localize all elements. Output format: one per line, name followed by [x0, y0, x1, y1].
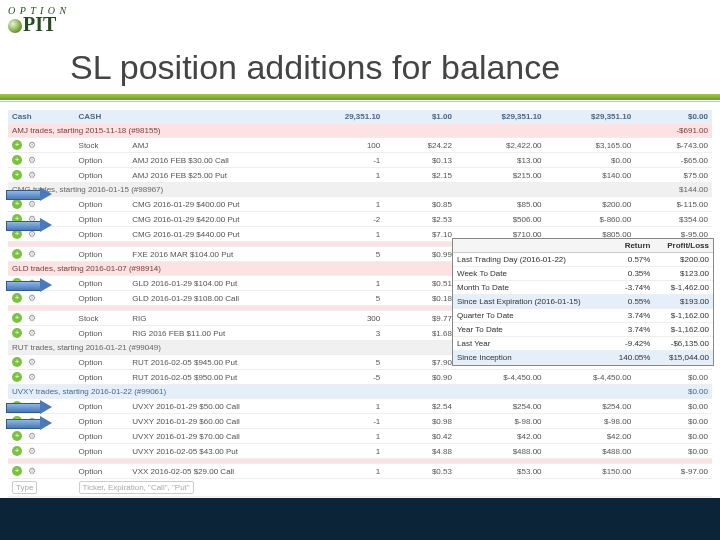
expand-icon[interactable]: +: [12, 466, 22, 476]
metrics-row: Quarter To Date3.74%$-1,162.00: [453, 309, 713, 323]
metrics-row: Month To Date-3.74%$-1,462.00: [453, 281, 713, 295]
hdr-col5: $29,351.10: [546, 110, 636, 124]
logo-dot-icon: [8, 19, 22, 33]
slide-title: SL position additions for balance: [70, 48, 560, 87]
table-row: +⚙StockAMJ100$24.22$2,422.00$3,165.00$-7…: [8, 138, 712, 153]
arrow-icon: [6, 416, 52, 430]
gear-icon[interactable]: ⚙: [28, 249, 36, 259]
expand-icon[interactable]: +: [12, 446, 22, 456]
logo-line2: PIT: [8, 16, 67, 33]
expand-icon[interactable]: +: [12, 313, 22, 323]
gear-icon[interactable]: ⚙: [28, 328, 36, 338]
metrics-row: Last Trading Day (2016-01-22)0.57%$200.0…: [453, 253, 713, 267]
metrics-row: Last Year-9.42%-$6,135.00: [453, 337, 713, 351]
expand-icon[interactable]: +: [12, 431, 22, 441]
metrics-row: Year To Date3.74%$-1,162.00: [453, 323, 713, 337]
table-row: +⚙OptionUVXY 2016-01-29 $60.00 Call-1$0.…: [8, 414, 712, 429]
table-row: +⚙OptionVXX 2016-02-05 $29.00 Call1$0.53…: [8, 464, 712, 479]
group-cmg: CMG trades, starting 2016-01-15 (#98967)…: [8, 183, 712, 197]
expand-icon[interactable]: +: [12, 357, 22, 367]
table-row: +⚙OptionRUT 2016-02-05 $950.00 Put-5$0.9…: [8, 370, 712, 385]
hdr-col1: CASH: [75, 110, 129, 124]
hdr-col4: $29,351.10: [456, 110, 546, 124]
expand-icon[interactable]: +: [12, 249, 22, 259]
group-uvxy: UVXY trades, starting 2016-01-22 (#99061…: [8, 385, 712, 399]
expand-icon[interactable]: +: [12, 170, 22, 180]
table-row: +⚙OptionUVXY 2016-01-29 $70.00 Call1$0.4…: [8, 429, 712, 444]
expand-icon[interactable]: +: [12, 140, 22, 150]
table-row: +⚙OptionCMG 2016-01-29 $400.00 Put1$0.85…: [8, 197, 712, 212]
group-amj: AMJ trades, starting 2015-11-18 (#98155)…: [8, 124, 712, 138]
footer: [0, 498, 720, 540]
gear-icon[interactable]: ⚙: [28, 466, 36, 476]
expand-icon[interactable]: +: [12, 372, 22, 382]
table-row: +⚙OptionUVXY 2016-02-05 $43.00 Put1$4.88…: [8, 444, 712, 459]
metrics-row: Week To Date0.35%$123.00: [453, 267, 713, 281]
gear-icon[interactable]: ⚙: [28, 140, 36, 150]
filter-input[interactable]: Ticker, Expiration, "Call", "Put": [79, 481, 194, 494]
filter-row: Type Ticker, Expiration, "Call", "Put": [8, 479, 712, 497]
hdr-col3: $1.00: [384, 110, 456, 124]
divider-thick: [0, 94, 720, 100]
metrics-row: Since Inception140.05%$15,044.00: [453, 351, 713, 365]
gear-icon[interactable]: ⚙: [28, 155, 36, 165]
slide: O P T I O N PIT SL position additions fo…: [0, 0, 720, 540]
hdr-col6: $0.00: [635, 110, 712, 124]
gear-icon[interactable]: ⚙: [28, 372, 36, 382]
gear-icon[interactable]: ⚙: [28, 170, 36, 180]
arrow-icon: [6, 400, 52, 414]
expand-icon[interactable]: +: [12, 328, 22, 338]
gear-icon[interactable]: ⚙: [28, 431, 36, 441]
divider-thin: [0, 101, 720, 102]
gear-icon[interactable]: ⚙: [28, 293, 36, 303]
filter-type[interactable]: Type: [12, 481, 37, 494]
table-row: +⚙OptionCMG 2016-01-29 $420.00 Put-2$2.5…: [8, 212, 712, 227]
hdr-col2: 29,351.10: [333, 110, 384, 124]
metrics-panel: ReturnProfit/Loss Last Trading Day (2016…: [452, 238, 714, 366]
expand-icon[interactable]: +: [12, 293, 22, 303]
arrow-icon: [6, 187, 52, 201]
gear-icon[interactable]: ⚙: [28, 446, 36, 456]
gear-icon[interactable]: ⚙: [28, 313, 36, 323]
table-row: +⚙OptionAMJ 2016 FEB $30.00 Call-1$0.13$…: [8, 153, 712, 168]
expand-icon[interactable]: +: [12, 155, 22, 165]
arrow-icon: [6, 278, 52, 292]
table-row: +⚙OptionUVXY 2016-01-29 $50.00 Call1$2.5…: [8, 399, 712, 414]
hdr-col0: Cash: [8, 110, 75, 124]
metrics-row: Since Last Expiration (2016-01-15)0.55%$…: [453, 295, 713, 309]
arrow-icon: [6, 218, 52, 232]
header-row: Cash CASH 29,351.10 $1.00 $29,351.10 $29…: [8, 110, 712, 124]
gear-icon[interactable]: ⚙: [28, 357, 36, 367]
table-row: +⚙OptionAMJ 2016 FEB $25.00 Put1$2.15$21…: [8, 168, 712, 183]
metrics-header: ReturnProfit/Loss: [453, 239, 713, 253]
logo: O P T I O N PIT: [8, 6, 67, 33]
